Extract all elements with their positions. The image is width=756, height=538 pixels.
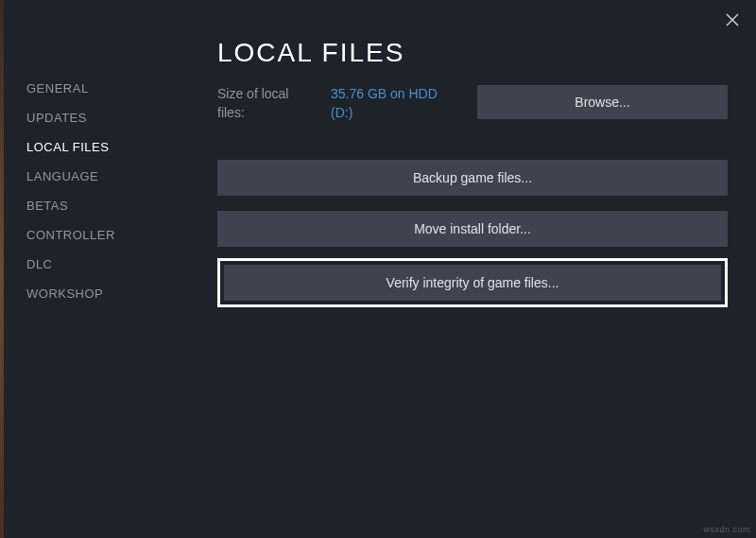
- sidebar-item-language[interactable]: LANGUAGE: [26, 162, 189, 191]
- sidebar-item-betas[interactable]: BETAS: [26, 191, 189, 220]
- sidebar-item-dlc[interactable]: DLC: [26, 250, 189, 279]
- sidebar-item-general[interactable]: GENERAL: [26, 74, 189, 103]
- sidebar-item-workshop[interactable]: WORKSHOP: [26, 279, 189, 308]
- sidebar-item-controller[interactable]: CONTROLLER: [26, 220, 189, 250]
- browse-button[interactable]: Browse...: [477, 85, 728, 119]
- size-info-row: Size of local files: 35.76 GB on HDD (D:…: [217, 85, 728, 122]
- size-value: 35.76 GB on HDD (D:): [331, 85, 458, 122]
- size-label: Size of local files:: [217, 85, 312, 122]
- move-install-button[interactable]: Move install folder...: [217, 211, 728, 247]
- properties-window: GENERAL UPDATES LOCAL FILES LANGUAGE BET…: [0, 0, 756, 538]
- backup-button[interactable]: Backup game files...: [217, 160, 728, 196]
- sidebar: GENERAL UPDATES LOCAL FILES LANGUAGE BET…: [0, 0, 189, 538]
- page-title: LOCAL FILES: [217, 38, 728, 68]
- verify-highlight: Verify integrity of game files...: [217, 258, 728, 307]
- main-panel: LOCAL FILES Size of local files: 35.76 G…: [189, 0, 756, 538]
- verify-integrity-button[interactable]: Verify integrity of game files...: [224, 265, 721, 301]
- sidebar-item-local-files[interactable]: LOCAL FILES: [26, 132, 189, 162]
- watermark: wsxdn.com: [703, 525, 750, 534]
- close-icon[interactable]: [724, 11, 741, 28]
- sidebar-item-updates[interactable]: UPDATES: [26, 103, 189, 132]
